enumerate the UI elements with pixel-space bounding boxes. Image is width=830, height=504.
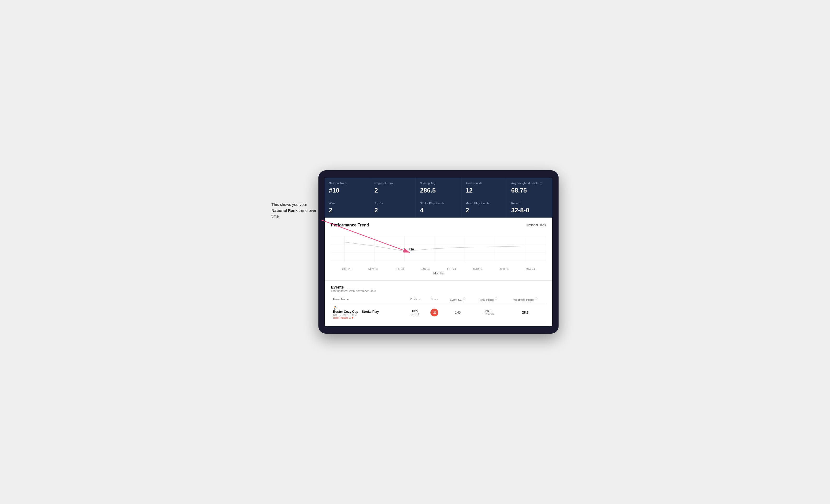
golf-icon: 🏌 — [333, 306, 338, 310]
chart-svg: #10 — [331, 232, 546, 266]
events-section: Events Last updated: 24th November 2023 … — [325, 281, 552, 326]
stat-match-play-events: Match Play Events 2 — [461, 198, 507, 217]
chart-x-axis: OCT 23 NOV 23 DEC 23 JAN 24 FEB 24 MAR 2… — [331, 268, 546, 271]
stat-scoring-avg: Scoring Avg. 286.5 — [416, 178, 461, 198]
x-axis-nov23: NOV 23 — [360, 268, 386, 271]
stat-total-rounds: Total Rounds 12 — [461, 178, 507, 198]
events-title: Events — [331, 285, 546, 289]
col-weighted-points: Weighted Points ⓘ — [505, 296, 546, 303]
events-table: Event Name Position Score Event SG ⓘ Tot… — [331, 296, 546, 322]
stats-row-2: Wins 2 Top 3s 2 Stroke Play Events 4 Mat… — [325, 198, 552, 217]
stat-top3s: Top 3s 2 — [371, 198, 416, 217]
event-name-cell: 🏌 Buster Cozy Cup – Stroke Play Oct 9 - … — [331, 303, 404, 322]
performance-legend: National Rank — [526, 223, 546, 227]
chart-data-point — [403, 250, 406, 253]
stat-avg-weighted-points: Avg. Weighted Points ⓘ 68.75 — [507, 178, 552, 198]
x-axis-dec23: DEC 23 — [386, 268, 412, 271]
performance-section: Performance Trend National Rank — [325, 217, 552, 281]
col-event-name: Event Name — [331, 296, 404, 303]
x-axis-feb24: FEB 24 — [439, 268, 465, 271]
x-axis-mar24: MAR 24 — [465, 268, 491, 271]
event-weighted-points: 28.3 — [505, 303, 546, 322]
stat-wins: Wins 2 — [325, 198, 370, 217]
stat-stroke-play-events: Stroke Play Events 4 — [416, 198, 461, 217]
event-total-points: 28.3 3 Rounds — [472, 303, 505, 322]
x-axis-apr24: APR 24 — [491, 268, 517, 271]
chart-data-label: #10 — [409, 248, 414, 251]
event-score: -22 — [425, 303, 443, 322]
col-position: Position — [404, 296, 425, 303]
event-sg: 0.45 — [443, 303, 472, 322]
annotation-text: This shows you your National Rank trend … — [272, 202, 318, 220]
col-total-points: Total Points ⓘ — [472, 296, 505, 303]
stat-record: Record 32-8-0 — [507, 198, 552, 217]
x-axis-jan24: JAN 24 — [412, 268, 439, 271]
performance-chart: #10 — [331, 232, 546, 266]
col-score: Score — [425, 296, 443, 303]
chart-x-label: Months — [331, 272, 546, 275]
col-event-sg: Event SG ⓘ — [443, 296, 472, 303]
stat-national-rank: National Rank #10 — [325, 178, 370, 198]
x-axis-oct23: OCT 23 — [333, 268, 360, 271]
tablet-frame: National Rank #10 Regional Rank 2 Scorin… — [318, 170, 558, 333]
tablet-screen: National Rank #10 Regional Rank 2 Scorin… — [325, 178, 552, 326]
performance-title: Performance Trend — [331, 223, 369, 228]
x-axis-may24: MAY 24 — [517, 268, 544, 271]
events-subtitle: Last updated: 24th November 2023 — [331, 289, 546, 293]
stat-regional-rank: Regional Rank 2 — [371, 178, 416, 198]
stats-row-1: National Rank #10 Regional Rank 2 Scorin… — [325, 178, 552, 198]
table-row: 🏌 Buster Cozy Cup – Stroke Play Oct 9 - … — [331, 303, 546, 322]
event-position: 6th out of 7 — [404, 303, 425, 322]
